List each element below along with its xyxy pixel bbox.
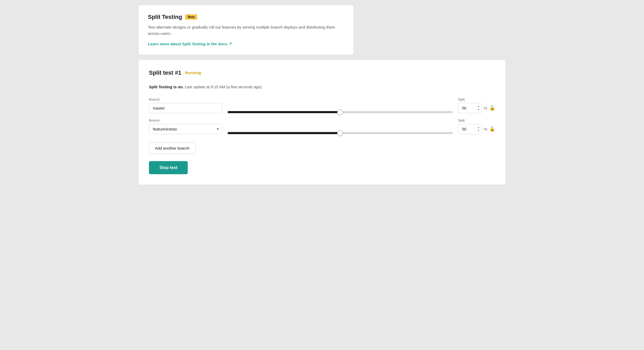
- branch1-split-col: Split ▲ ▼ % 🔓: [458, 97, 495, 113]
- branch2-spinner-up[interactable]: ▲: [476, 126, 481, 129]
- branch1-input[interactable]: [149, 103, 222, 113]
- info-card-description: Test alternate designs or gradually roll…: [148, 24, 344, 37]
- branch2-split-label: Split: [458, 118, 495, 122]
- branch1-split-label: Split: [458, 97, 495, 101]
- branch2-label: Branch: [149, 118, 222, 122]
- branch2-lock-icon[interactable]: 🔓: [489, 126, 495, 132]
- stop-test-button[interactable]: Stop test: [149, 161, 188, 174]
- branch2-select-col: Branch feature/extras main dev staging ▾: [149, 118, 222, 134]
- branch2-slider[interactable]: [228, 132, 453, 134]
- status-text-light: Last update at 9:15 AM (a few seconds ag…: [185, 85, 262, 89]
- branch2-split-number-wrapper: ▲ ▼: [458, 124, 482, 134]
- status-text-bold: Split Testing is on.: [149, 85, 184, 89]
- branch1-spinner: ▲ ▼: [476, 105, 481, 111]
- info-card-header: Split Testing Beta: [148, 14, 344, 20]
- branch2-select-wrapper: feature/extras main dev staging ▾: [149, 124, 222, 134]
- split-test-card: Split test #1 Running Split Testing is o…: [138, 60, 506, 185]
- branch2-split-input-row: ▲ ▼ % 🔓: [458, 124, 495, 134]
- info-card: Split Testing Beta Test alternate design…: [138, 5, 353, 55]
- learn-more-link-text: Learn more about Split Testing in the do…: [148, 42, 227, 46]
- branch1-input-col: Branch: [149, 97, 222, 113]
- branch1-split-number-wrapper: ▲ ▼: [458, 103, 482, 113]
- branch1-slider[interactable]: [228, 111, 453, 113]
- branch1-slider-col: [228, 105, 453, 113]
- branch1-spinner-down[interactable]: ▼: [476, 108, 481, 111]
- branch1-row: Branch Split ▲ ▼: [149, 97, 495, 113]
- info-card-title: Split Testing: [148, 14, 182, 20]
- add-another-branch-button[interactable]: Add another branch: [149, 143, 196, 154]
- page-container: Split Testing Beta Test alternate design…: [138, 5, 506, 185]
- branch2-percent-label: %: [484, 127, 487, 131]
- branch2-select[interactable]: feature/extras main dev staging: [149, 124, 222, 134]
- branch1-split-input-row: ▲ ▼ % 🔓: [458, 103, 495, 113]
- branch1-lock-icon[interactable]: 🔓: [489, 105, 495, 111]
- running-badge: Running: [185, 70, 201, 75]
- branch2-split-col: Split ▲ ▼ % 🔓: [458, 118, 495, 134]
- branch2-slider-col: [228, 125, 453, 134]
- split-test-title: Split test #1: [149, 69, 181, 76]
- branch2-spinner-down[interactable]: ▼: [476, 129, 481, 132]
- stop-test-wrapper: Stop test: [149, 161, 495, 174]
- status-text: Split Testing is on. Last update at 9:15…: [149, 85, 495, 89]
- branch2-row: Branch feature/extras main dev staging ▾: [149, 118, 495, 134]
- branch2-spinner: ▲ ▼: [476, 126, 481, 132]
- external-link-icon: ↗: [229, 41, 232, 46]
- beta-badge: Beta: [185, 14, 197, 20]
- branch2-split-input-col: Split ▲ ▼ % 🔓: [458, 118, 495, 134]
- branch1-spinner-up[interactable]: ▲: [476, 105, 481, 108]
- branch1-label: Branch: [149, 97, 222, 101]
- branch1-percent-label: %: [484, 106, 487, 110]
- branch1-split-input-col: Split ▲ ▼ % 🔓: [458, 97, 495, 113]
- learn-more-link[interactable]: Learn more about Split Testing in the do…: [148, 41, 232, 46]
- split-test-header: Split test #1 Running: [149, 69, 495, 76]
